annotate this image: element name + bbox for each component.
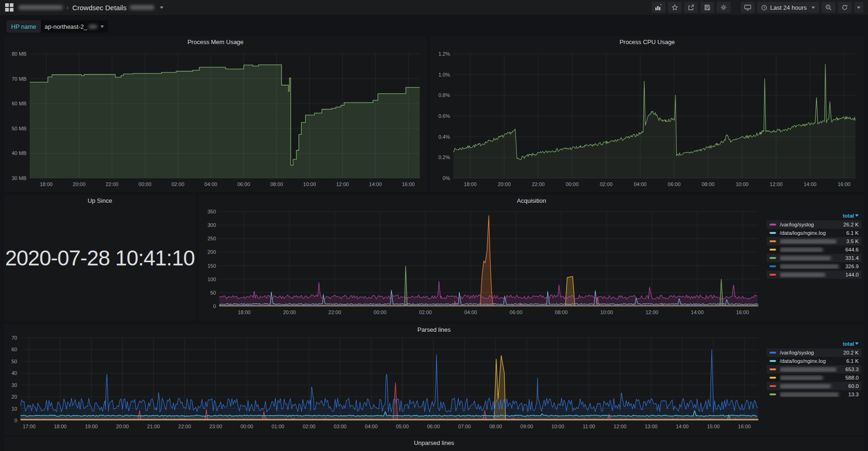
legend-row[interactable]: 144.0 [767, 271, 861, 279]
series-total-value: 326.9 [845, 264, 859, 269]
legend-row[interactable]: /var/log/syslog20.2 K [767, 348, 861, 357]
time-range-picker[interactable]: Last 24 hours [757, 2, 819, 13]
svg-text:16:00: 16:00 [402, 181, 415, 187]
series-color-swatch [770, 265, 776, 267]
svg-text:20:00: 20:00 [116, 424, 129, 429]
time-range-label: Last 24 hours [770, 4, 807, 11]
svg-text:350: 350 [208, 209, 216, 214]
parsed-lines-chart[interactable]: 01020304050607017:0018:0019:0020:0021:00… [6, 334, 762, 432]
series-total-value: 26.2 K [843, 222, 859, 227]
svg-text:70: 70 [12, 335, 17, 341]
grid-icon [5, 3, 13, 12]
svg-text:18:00: 18:00 [40, 181, 53, 187]
svg-text:16:00: 16:00 [838, 181, 851, 187]
series-label [780, 264, 845, 269]
panel-process-cpu-usage: Process CPU Usage 0%0.2%0.4%0.6%0.8%1.0%… [430, 36, 864, 192]
legend-row[interactable]: /data/logs/nginx.log6.1 K [767, 229, 861, 237]
settings-gear-button[interactable] [717, 2, 731, 13]
variable-value-text: ap-northeast-2_ [45, 23, 87, 30]
series-total-value: 60.0 [848, 383, 859, 389]
series-label [780, 392, 848, 397]
time-range-caret-icon [811, 6, 815, 9]
svg-text:0%: 0% [443, 175, 450, 181]
panel-parsed-lines: Parsed lines 01020304050607017:0018:0019… [4, 324, 864, 434]
legend-row[interactable]: 653.3 [767, 365, 861, 374]
refresh-button[interactable] [838, 2, 852, 13]
dashboard-title-suffix-redacted [130, 5, 154, 10]
refresh-caret-icon [857, 6, 861, 9]
series-color-swatch [770, 360, 776, 362]
chevron-down-icon[interactable] [160, 6, 163, 9]
svg-text:08:00: 08:00 [270, 181, 283, 187]
panel-title-up-since[interactable]: Up Since [4, 197, 196, 204]
cycle-view-mode-button[interactable] [741, 2, 755, 13]
series-total-value: 13.3 [848, 392, 859, 397]
svg-text:70 MB: 70 MB [12, 76, 26, 82]
svg-text:60 MB: 60 MB [12, 101, 26, 106]
panel-title-acquisition[interactable]: Acquisition [199, 197, 864, 204]
panel-title-unparsed[interactable]: Unparsed lines [4, 439, 864, 446]
panel-title-mem[interactable]: Process Mem Usage [4, 39, 427, 45]
series-total-value: 588.0 [845, 375, 859, 380]
variable-value-dropdown[interactable]: ap-northeast-2_ [41, 20, 108, 32]
share-button[interactable] [684, 2, 698, 13]
legend-row[interactable]: /var/log/syslog26.2 K [767, 220, 861, 229]
legend-sort-header[interactable]: total [767, 212, 861, 220]
series-color-swatch [770, 249, 776, 251]
legend-row[interactable]: 326.9 [767, 262, 861, 271]
legend-row[interactable]: 13.3 [767, 390, 861, 399]
add-panel-button[interactable] [652, 2, 666, 13]
zoom-out-button[interactable] [822, 2, 835, 13]
series-total-value: 644.6 [845, 247, 859, 252]
dashboards-grid-icon[interactable] [0, 0, 19, 15]
svg-text:06:00: 06:00 [668, 181, 681, 187]
acquisition-chart[interactable]: 05010015020025030035018:0020:0022:0000:0… [201, 207, 762, 318]
series-color-swatch [770, 224, 776, 226]
legend-row[interactable]: 3.5 K [767, 237, 861, 245]
legend-row[interactable]: 644.6 [767, 245, 861, 254]
nav-left: › Crowdsec Details [0, 0, 163, 15]
svg-text:0.6%: 0.6% [438, 113, 450, 119]
svg-text:1.2%: 1.2% [438, 51, 450, 57]
svg-text:13:00: 13:00 [645, 424, 658, 429]
svg-text:12:00: 12:00 [646, 309, 659, 315]
svg-text:150: 150 [208, 263, 216, 269]
svg-text:00:00: 00:00 [241, 424, 254, 429]
panel-title-cpu[interactable]: Process CPU Usage [430, 39, 864, 45]
variable-label: HP name [7, 20, 41, 32]
svg-text:30: 30 [12, 382, 17, 388]
breadcrumb-separator: › [66, 4, 69, 11]
svg-text:10:00: 10:00 [736, 181, 749, 187]
svg-text:23:00: 23:00 [209, 424, 222, 429]
svg-text:06:00: 06:00 [427, 424, 440, 429]
series-color-swatch [770, 385, 776, 387]
nav-toolbar: Last 24 hours [649, 2, 868, 13]
series-total-value: 653.3 [845, 367, 859, 372]
svg-text:14:00: 14:00 [676, 424, 689, 429]
series-color-swatch [770, 232, 776, 234]
svg-text:03:00: 03:00 [334, 424, 347, 429]
svg-text:06:00: 06:00 [237, 181, 250, 187]
series-total-value: 20.2 K [843, 350, 859, 355]
save-button[interactable] [700, 2, 714, 13]
legend-row[interactable]: /data/logs/nginx.log6.1 K [767, 357, 861, 365]
legend-sort-header[interactable]: total [767, 340, 861, 348]
dashboard-title[interactable]: Crowdsec Details [72, 4, 127, 12]
cpu-usage-chart[interactable]: 0%0.2%0.4%0.6%0.8%1.0%1.2%18:0020:0022:0… [432, 48, 861, 190]
svg-text:00:00: 00:00 [138, 181, 151, 187]
panel-title-parsed[interactable]: Parsed lines [4, 326, 864, 333]
series-label [780, 238, 846, 244]
variable-caret-icon [100, 26, 104, 28]
refresh-interval-dropdown[interactable] [854, 2, 863, 13]
mem-usage-chart[interactable]: 30 MB40 MB50 MB60 MB70 MB80 MB18:0020:00… [6, 48, 424, 190]
svg-text:14:00: 14:00 [691, 309, 704, 315]
series-color-swatch [770, 393, 776, 395]
legend-row[interactable]: 331.4 [767, 254, 861, 262]
star-button[interactable] [668, 2, 682, 13]
legend-row[interactable]: 588.0 [767, 374, 861, 382]
breadcrumb-folder-redacted[interactable] [19, 5, 63, 10]
series-color-swatch [770, 368, 776, 370]
svg-text:10:00: 10:00 [303, 181, 316, 187]
legend-row[interactable]: 60.0 [767, 382, 861, 390]
svg-text:50 MB: 50 MB [12, 126, 26, 131]
